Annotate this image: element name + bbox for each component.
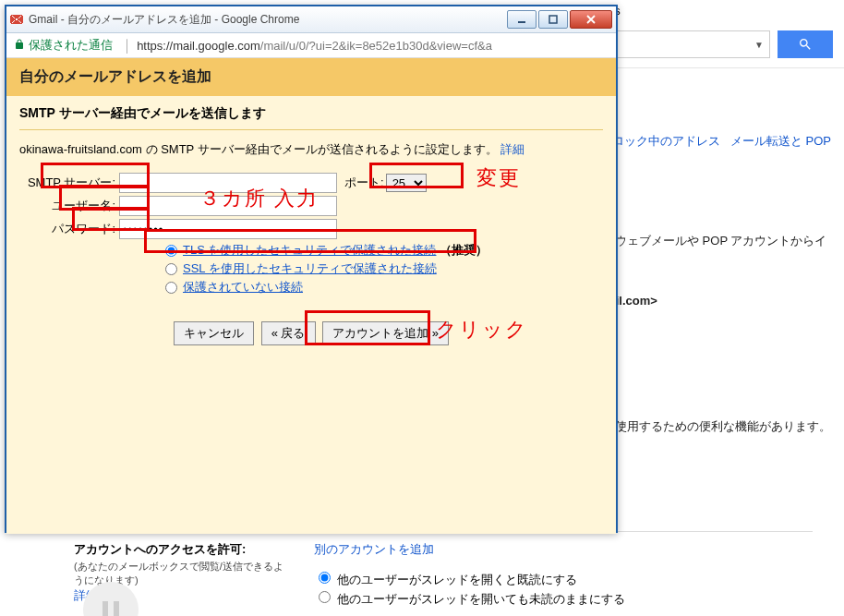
none-radio[interactable] bbox=[165, 282, 177, 294]
svg-rect-1 bbox=[549, 16, 557, 23]
search-icon bbox=[798, 37, 813, 52]
dialog-titlebar: Gmail - 自分のメールアドレスを追加 - Google Chrome bbox=[6, 6, 616, 33]
bg-text-gmail: gmail.com> bbox=[591, 294, 844, 308]
none-link[interactable]: 保護されていない接続 bbox=[183, 279, 303, 296]
maximize-button[interactable] bbox=[538, 10, 568, 29]
bg-tab-label: ounts bbox=[591, 0, 844, 21]
submit-button[interactable]: アカウントを追加 » bbox=[322, 321, 449, 345]
bg-access-title: アカウントへのアクセスを許可: bbox=[74, 541, 286, 558]
user-label: ユーザー名: bbox=[19, 198, 117, 214]
section-title: SMTP サーバー経由でメールを送信します bbox=[19, 105, 603, 130]
cancel-button[interactable]: キャンセル bbox=[174, 321, 254, 345]
tls-radio[interactable] bbox=[165, 245, 177, 257]
lock-icon bbox=[14, 39, 25, 53]
port-select[interactable]: 25 bbox=[386, 174, 427, 192]
smtp-label: SMTP サーバー: bbox=[19, 175, 117, 191]
bg-search-box[interactable]: ▼ bbox=[602, 30, 770, 58]
bg-nav-blocked[interactable]: ブロック中のアドレス bbox=[600, 134, 720, 148]
close-icon bbox=[586, 15, 596, 24]
bg-nav-forward[interactable]: メール転送と POP bbox=[730, 134, 831, 148]
dialog-header: 自分のメールアドレスを追加 bbox=[6, 58, 616, 96]
minimize-button[interactable] bbox=[507, 10, 537, 29]
tls-link[interactable]: TLS を使用したセキュリティで保護された接続 bbox=[183, 242, 436, 259]
bg-access-opt1: 他のユーザーがスレッドを開くと既読にする bbox=[337, 573, 577, 586]
address-bar[interactable]: 保護された通信 │ https://mail.google.com/mail/u… bbox=[6, 33, 616, 58]
smtp-input[interactable] bbox=[119, 173, 337, 193]
secure-label: 保護された通信 bbox=[29, 37, 113, 54]
minimize-icon bbox=[517, 15, 526, 24]
bg-access-add[interactable]: 別のアカウントを追加 bbox=[314, 542, 434, 556]
back-button[interactable]: « 戻る bbox=[261, 321, 316, 345]
url-host: https://mail.google.com bbox=[137, 39, 260, 53]
port-label: ポート: bbox=[344, 175, 384, 191]
bg-text-convenience: ルを使用するための便利な機能があります。 bbox=[591, 418, 844, 435]
bg-access-radio2[interactable] bbox=[319, 591, 331, 603]
svg-rect-0 bbox=[518, 21, 525, 23]
url-path: /mail/u/0/?ui=2&ik=8e52e1b30d&view=cf&a bbox=[260, 39, 492, 53]
ssl-radio[interactable] bbox=[165, 263, 177, 275]
section-description: okinawa-fruitsland.com の SMTP サーバー経由でメール… bbox=[19, 141, 603, 158]
bg-access-opt2: 他のユーザーがスレッドを開いても未読のままにする bbox=[337, 592, 625, 606]
window-title: Gmail - 自分のメールアドレスを追加 - Google Chrome bbox=[29, 12, 507, 28]
gmail-favicon bbox=[10, 15, 23, 24]
maximize-icon bbox=[549, 15, 558, 24]
desc-detail-link[interactable]: 詳細 bbox=[500, 142, 524, 156]
pass-label: パスワード: bbox=[19, 221, 117, 237]
bg-search-button[interactable] bbox=[778, 30, 833, 58]
bg-text-webmail: 他のウェブメールや POP アカウントからイ bbox=[591, 233, 844, 249]
user-input[interactable] bbox=[119, 196, 337, 216]
close-button[interactable] bbox=[570, 10, 612, 29]
tls-suffix: （推奨） bbox=[440, 242, 488, 259]
add-email-dialog: Gmail - 自分のメールアドレスを追加 - Google Chrome 保護… bbox=[5, 5, 618, 533]
pass-input[interactable] bbox=[119, 219, 337, 239]
bg-access-radio1[interactable] bbox=[319, 572, 331, 584]
ssl-link[interactable]: SSL を使用したセキュリティで保護された接続 bbox=[183, 260, 437, 277]
bg-search-caret: ▼ bbox=[754, 40, 764, 50]
